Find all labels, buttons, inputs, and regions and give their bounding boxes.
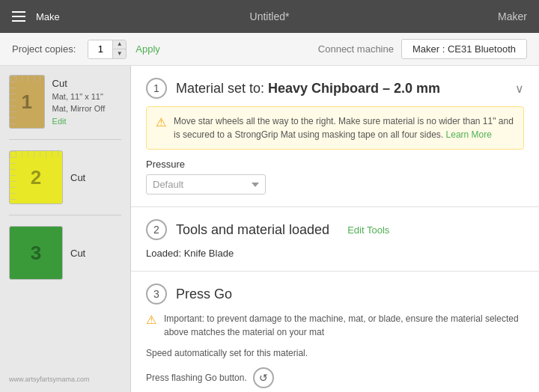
go-btn-icon: ↺	[253, 367, 274, 388]
step3-title: Press Go	[176, 287, 232, 302]
step3-section: 3 Press Go ⚠ Important: to prevent damag…	[131, 272, 539, 392]
top-bar-left: Make	[12, 11, 60, 22]
pressure-label: Pressure	[146, 159, 524, 170]
step2-circle: 2	[146, 219, 167, 240]
connect-machine-label: Connect machine	[318, 43, 394, 55]
step1-warning-box: ⚠ Move star wheels all the way to the ri…	[146, 106, 524, 150]
step3-header: 3 Press Go	[146, 284, 524, 304]
pressure-section: Pressure Default	[146, 159, 524, 195]
mat-item-1: 1 Cut Mat, 11" x 11" Mat, Mirror Off Edi…	[9, 75, 121, 129]
step1-title: Material set to: Heavy Chipboard – 2.0 m…	[176, 81, 440, 97]
step1-title-prefix: Material set to:	[176, 81, 268, 96]
project-copies-label: Project copies:	[12, 43, 76, 55]
mat-number-2: 2	[31, 166, 41, 189]
machine-button[interactable]: Maker : CE31 Bluetooth	[401, 39, 527, 59]
step1-circle: 1	[146, 78, 167, 99]
copies-input[interactable]	[88, 40, 112, 58]
mat-detail-1: Mat, 11" x 11" Mat, Mirror Off	[52, 91, 121, 114]
step2-title: Tools and material loaded	[176, 222, 329, 238]
step2-section: 2 Tools and material loaded Edit Tools L…	[131, 207, 539, 272]
mat-item-2: 2 Cut	[9, 150, 121, 204]
step1-section: 1 Material set to: Heavy Chipboard – 2.0…	[131, 66, 539, 207]
mat-number-3: 3	[31, 242, 41, 265]
step2-loaded: Loaded: Knife Blade	[146, 248, 524, 259]
step2-number: 2	[153, 224, 159, 236]
stepper-up[interactable]: ▲	[112, 40, 126, 49]
go-icon: ↺	[259, 372, 268, 384]
edit-tools-link[interactable]: Edit Tools	[347, 224, 389, 236]
mat-edit-link-1[interactable]: Edit	[52, 117, 121, 126]
mat-thumbnail-1: 1	[9, 75, 45, 129]
maker-label: Maker	[498, 10, 527, 22]
step1-header: 1 Material set to: Heavy Chipboard – 2.0…	[146, 78, 524, 99]
step3-warning: ⚠ Important: to prevent damage to the ma…	[146, 312, 524, 339]
mat-thumbnail-3: 3	[9, 226, 63, 280]
mat-cut-label-3: Cut	[70, 248, 85, 259]
connect-machine-area: Connect machine Maker : CE31 Bluetooth	[318, 39, 527, 59]
warning-icon-1: ⚠	[156, 115, 166, 129]
go-button-line: Press flashing Go button. ↺	[146, 367, 524, 388]
mat-info-3: Cut	[70, 248, 85, 259]
step3-number: 3	[153, 288, 159, 300]
stepper-arrows: ▲ ▼	[112, 40, 126, 59]
mat-cut-label-1: Cut	[52, 78, 121, 89]
mat-item-3: 3 Cut	[9, 226, 121, 280]
hamburger-icon[interactable]	[12, 11, 25, 22]
step1-expand-icon[interactable]: ∨	[515, 82, 524, 96]
top-bar: Make Untitled* Maker	[0, 0, 539, 33]
left-panel: 1 Cut Mat, 11" x 11" Mat, Mirror Off Edi…	[0, 66, 131, 392]
loaded-label: Loaded:	[146, 248, 181, 259]
main-layout: 1 Cut Mat, 11" x 11" Mat, Mirror Off Edi…	[0, 66, 539, 392]
pressure-select[interactable]: Default	[146, 174, 266, 195]
step3-circle: 3	[146, 284, 167, 304]
mat-thumbnail-2: 2	[9, 150, 63, 204]
apply-button[interactable]: Apply	[135, 43, 160, 55]
mat-cut-label-2: Cut	[70, 172, 85, 183]
mat-info-2: Cut	[70, 172, 85, 183]
step1-warning-text: Move star wheels all the way to the righ…	[174, 114, 514, 141]
document-title: Untitled*	[250, 10, 290, 22]
arrow-1	[131, 73, 133, 103]
watermark: www.artsyfartsymama.com	[9, 370, 121, 383]
arrow-2	[131, 215, 133, 245]
step1-title-material: Heavy Chipboard – 2.0 mm	[268, 81, 440, 96]
right-panel: 1 Material set to: Heavy Chipboard – 2.0…	[131, 66, 539, 392]
learn-more-link[interactable]: Learn More	[446, 129, 492, 140]
step1-number: 1	[153, 82, 159, 94]
mat-number-1: 1	[22, 91, 32, 114]
copies-stepper[interactable]: ▲ ▼	[88, 40, 127, 59]
step3-warning-text: Important: to prevent damage to the mach…	[164, 312, 524, 339]
go-button-text: Press flashing Go button.	[146, 373, 247, 383]
loaded-value: Knife Blade	[184, 248, 234, 259]
mat-info-1: Cut Mat, 11" x 11" Mat, Mirror Off Edit	[52, 78, 121, 126]
warning-icon-3: ⚠	[146, 313, 156, 327]
speed-text: Speed automatically set for this materia…	[146, 348, 524, 358]
toolbar: Project copies: ▲ ▼ Apply Connect machin…	[0, 33, 539, 66]
step2-header: 2 Tools and material loaded Edit Tools	[146, 219, 524, 240]
app-name: Make	[36, 11, 60, 22]
stepper-down[interactable]: ▼	[112, 49, 126, 59]
